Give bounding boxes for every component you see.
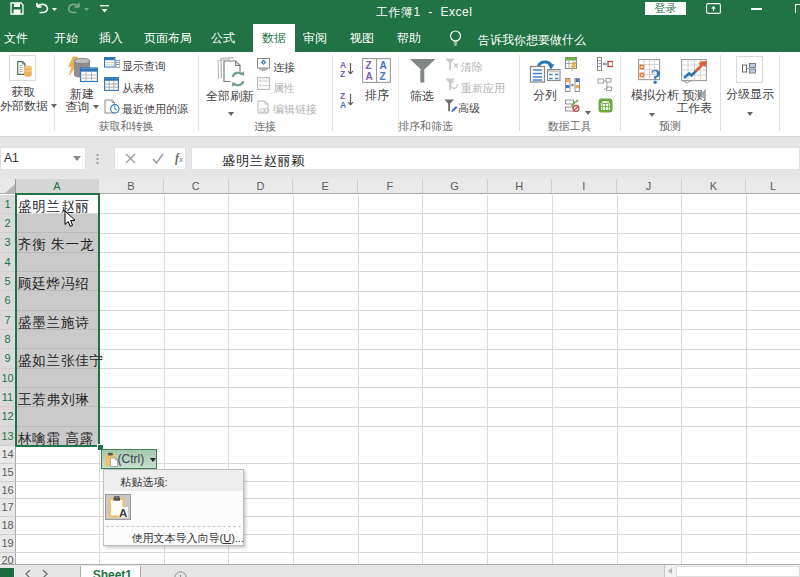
- svg-text:A: A: [340, 100, 346, 109]
- svg-text:?: ?: [651, 65, 662, 86]
- svg-text:A: A: [380, 60, 387, 71]
- svg-text:Z: Z: [380, 71, 386, 82]
- svg-text:A: A: [119, 507, 127, 518]
- svg-text:A: A: [366, 71, 373, 82]
- svg-text:Z: Z: [366, 60, 372, 71]
- svg-text:Z: Z: [340, 69, 345, 78]
